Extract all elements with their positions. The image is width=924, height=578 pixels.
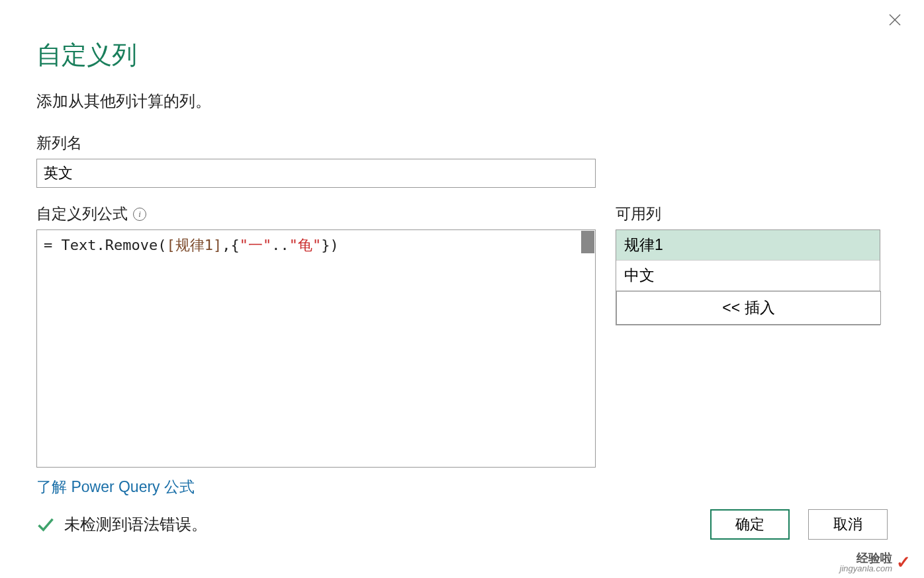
ok-button[interactable]: 确定 [710, 509, 790, 540]
status-text: 未检测到语法错误。 [64, 514, 207, 535]
formula-textarea[interactable]: = Text.Remove([规律1],{"一".."龟"}) [36, 229, 596, 468]
button-row: 确定 取消 [710, 509, 888, 540]
close-icon [887, 12, 903, 28]
formula-content: = Text.Remove([规律1],{"一".."龟"}) [37, 230, 595, 261]
dialog-subtitle: 添加从其他列计算的列。 [36, 91, 888, 112]
dialog-title: 自定义列 [36, 38, 888, 72]
check-icon [36, 515, 55, 534]
insert-column-button[interactable]: << 插入 [616, 291, 881, 325]
available-column-item[interactable]: 规律1 [616, 230, 880, 261]
available-columns-list: 规律1 中文 << 插入 [616, 229, 880, 325]
available-column-item[interactable]: 中文 [616, 261, 880, 291]
dialog-footer: 未检测到语法错误。 确定 取消 [36, 509, 888, 540]
new-column-label: 新列名 [36, 133, 888, 153]
formula-scrollbar[interactable] [581, 231, 594, 253]
info-icon[interactable]: i [133, 208, 146, 221]
learn-power-query-link[interactable]: 了解 Power Query 公式 [36, 477, 195, 497]
formula-label-row: 自定义列公式 i [36, 204, 596, 224]
available-columns-label: 可用列 [616, 204, 880, 224]
watermark: 经验啦 jingyanla.com ✓ [840, 552, 911, 573]
check-mark-icon: ✓ [896, 552, 911, 573]
new-column-input[interactable] [36, 159, 596, 188]
custom-column-dialog: 自定义列 添加从其他列计算的列。 新列名 自定义列公式 i = Text.Rem… [0, 0, 924, 578]
status-message: 未检测到语法错误。 [36, 514, 207, 535]
close-button[interactable] [887, 12, 903, 28]
formula-label: 自定义列公式 [36, 204, 128, 224]
cancel-button[interactable]: 取消 [808, 509, 888, 540]
